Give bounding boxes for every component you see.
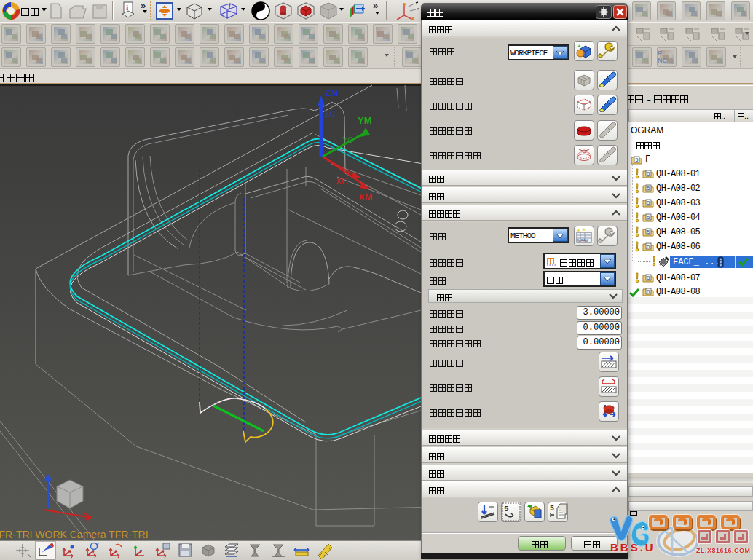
svg-text:5: 5 (647, 200, 650, 205)
svg-text:YC: YC (342, 135, 353, 144)
svg-text:5: 5 (647, 171, 650, 176)
svg-text:5: 5 (647, 229, 650, 234)
svg-text:5: 5 (647, 289, 650, 294)
svg-text:YM: YM (358, 115, 372, 126)
svg-text:5: 5 (647, 275, 650, 280)
svg-text:ZM: ZM (325, 87, 339, 98)
svg-text:5: 5 (550, 505, 554, 513)
svg-text:5: 5 (647, 244, 650, 249)
svg-text:MAAM: MAAM (577, 238, 588, 242)
svg-text:5: 5 (504, 505, 509, 513)
svg-text:5: 5 (647, 186, 650, 191)
svg-text:5: 5 (636, 157, 639, 162)
svg-text:TFR-TRI WORK Camera TFR-TRI: TFR-TRI WORK Camera TFR-TRI (0, 529, 149, 540)
svg-text:XC: XC (336, 176, 348, 186)
svg-text:XM: XM (358, 192, 373, 202)
svg-text:ZC: ZC (325, 109, 336, 118)
svg-text:5: 5 (647, 215, 650, 220)
svg-text:i: i (126, 3, 128, 12)
